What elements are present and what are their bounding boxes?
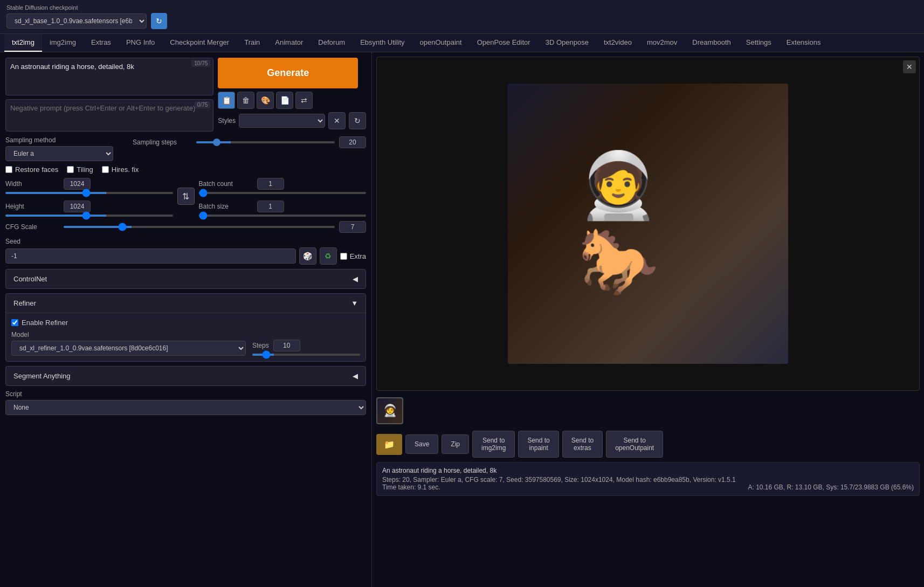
batch-size-slider[interactable] xyxy=(199,215,367,217)
styles-clear-button[interactable]: ✕ xyxy=(328,112,346,129)
width-slider[interactable] xyxy=(5,192,173,194)
script-select[interactable]: None xyxy=(5,400,366,415)
width-value: 1024 xyxy=(64,178,91,190)
tab-dreambooth[interactable]: Dreambooth xyxy=(685,34,739,52)
tab-ebsynth[interactable]: Ebsynth Utility xyxy=(353,34,412,52)
styles-refresh-button[interactable]: ↻ xyxy=(349,112,366,129)
batch-size-label: Batch size xyxy=(199,203,253,210)
checkpoint-select[interactable]: sd_xl_base_1.0_0.9vae.safetensors [e6bb9… xyxy=(6,13,147,29)
send-to-inpaint-button[interactable]: Send toinpaint xyxy=(518,431,558,458)
segment-anything-accordion: Segment Anything ◀ xyxy=(5,366,366,386)
image-info-details: Steps: 20, Sampler: Euler a, CFG scale: … xyxy=(382,476,914,484)
tab-png-info[interactable]: PNG Info xyxy=(119,34,162,52)
generated-image xyxy=(508,84,788,364)
swap-prompts-button[interactable]: ⇄ xyxy=(295,92,313,109)
controlnet-accordion: ControlNet ◀ xyxy=(5,269,366,289)
tab-settings[interactable]: Settings xyxy=(739,34,779,52)
batch-count-slider[interactable] xyxy=(199,192,367,194)
negative-prompt-wrapper: 0/75 xyxy=(5,99,213,133)
paste-prompt-button[interactable]: 📋 xyxy=(218,92,235,109)
negative-prompt-input[interactable] xyxy=(5,99,213,132)
positive-prompt-input[interactable] xyxy=(5,58,213,95)
script-label: Script xyxy=(5,390,366,398)
image-info-memory: A: 10.16 GB, R: 13.10 GB, Sys: 15.7/23.9… xyxy=(748,484,914,491)
save-button[interactable]: Save xyxy=(405,434,438,454)
action-buttons-row: 📁 Save Zip Send toimg2img Send toinpaint… xyxy=(376,431,920,458)
refiner-steps-value: 10 xyxy=(273,340,300,351)
positive-token-count: 10/75 xyxy=(191,60,210,67)
tiling-checkbox[interactable]: Tiling xyxy=(67,165,93,174)
height-slider[interactable] xyxy=(5,215,173,217)
segment-anything-header[interactable]: Segment Anything ◀ xyxy=(6,367,366,385)
tab-txt2img[interactable]: txt2img xyxy=(4,34,42,52)
positive-prompt-wrapper: 10/75 xyxy=(5,58,213,97)
close-image-button[interactable]: ✕ xyxy=(903,60,916,73)
negative-token-count: 0/75 xyxy=(195,101,210,108)
seed-input[interactable] xyxy=(5,248,296,264)
hires-fix-checkbox[interactable]: Hires. fix xyxy=(102,165,139,174)
tab-txt2video[interactable]: txt2video xyxy=(596,34,639,52)
send-to-img2img-button[interactable]: Send toimg2img xyxy=(472,431,515,458)
controlnet-header[interactable]: ControlNet ◀ xyxy=(6,270,366,288)
zip-button[interactable]: Zip xyxy=(442,434,469,454)
width-label: Width xyxy=(5,180,59,188)
extra-seed-checkbox[interactable]: Extra xyxy=(340,252,366,260)
checkpoint-label: Stable Diffusion checkpoint xyxy=(6,4,918,11)
nav-tabs: txt2img img2img Extras PNG Info Checkpoi… xyxy=(0,34,924,52)
batch-count-label: Batch count xyxy=(199,180,253,188)
sampling-steps-value: 20 xyxy=(339,136,366,148)
random-seed-button[interactable]: 🎲 xyxy=(299,247,316,265)
thumbnail-item[interactable]: 🧑‍🚀 xyxy=(376,397,403,424)
refiner-chevron-icon: ▼ xyxy=(351,299,358,307)
send-to-extras-button[interactable]: Send toextras xyxy=(562,431,603,458)
refiner-model-label: Model xyxy=(11,331,246,339)
tab-openoutpaint[interactable]: openOutpaint xyxy=(412,34,470,52)
image-info-panel: An astronaut riding a horse, detailed, 8… xyxy=(376,462,920,496)
batch-size-value: 1 xyxy=(257,201,284,212)
restore-faces-checkbox[interactable]: Restore faces xyxy=(5,165,58,174)
swap-dimensions-button[interactable]: ⇅ xyxy=(177,188,195,205)
style-button[interactable]: 🎨 xyxy=(257,92,274,109)
tab-checkpoint-merger[interactable]: Checkpoint Merger xyxy=(162,34,237,52)
copy-prompt-button[interactable]: 📄 xyxy=(276,92,293,109)
tab-img2img[interactable]: img2img xyxy=(42,34,84,52)
tab-animator[interactable]: Animator xyxy=(267,34,311,52)
refiner-model-select[interactable]: sd_xl_refiner_1.0_0.9vae.safetensors [8d… xyxy=(11,341,246,356)
sampling-method-label: Sampling method xyxy=(5,136,124,144)
refiner-steps-slider[interactable] xyxy=(252,354,360,356)
trash-prompt-button[interactable]: 🗑 xyxy=(237,92,254,109)
batch-count-value: 1 xyxy=(257,178,284,190)
sampling-steps-slider[interactable] xyxy=(196,141,335,143)
generate-button[interactable]: Generate xyxy=(218,58,358,88)
tab-deforum[interactable]: Deforum xyxy=(311,34,353,52)
tab-extensions[interactable]: Extensions xyxy=(779,34,829,52)
tab-train[interactable]: Train xyxy=(237,34,267,52)
image-info-prompt: An astronaut riding a horse, detailed, 8… xyxy=(382,467,914,474)
thumbnail-row: 🧑‍🚀 xyxy=(376,395,920,426)
seed-label: Seed xyxy=(5,238,20,245)
height-label: Height xyxy=(5,203,59,210)
tab-extras[interactable]: Extras xyxy=(84,34,119,52)
send-to-openoutpaint-button[interactable]: Send toopenOutpaint xyxy=(606,431,663,458)
tab-openpose-editor[interactable]: OpenPose Editor xyxy=(470,34,538,52)
styles-label: Styles xyxy=(218,117,236,125)
image-info-time: Time taken: 9.1 sec. xyxy=(382,484,440,491)
enable-refiner-checkbox[interactable] xyxy=(11,319,18,326)
tab-mov2mov[interactable]: mov2mov xyxy=(639,34,685,52)
cfg-scale-label: CFG Scale xyxy=(5,223,59,231)
styles-select[interactable] xyxy=(239,114,325,128)
tab-3d-openpose[interactable]: 3D Openpose xyxy=(538,34,596,52)
recycle-seed-button[interactable]: ♻ xyxy=(320,247,337,265)
refiner-accordion: Refiner ▼ Enable Refiner Model s xyxy=(5,293,366,362)
cfg-scale-value: 7 xyxy=(339,221,366,233)
open-folder-button[interactable]: 📁 xyxy=(376,434,402,455)
sampling-method-select[interactable]: Euler a xyxy=(5,146,113,161)
segment-chevron-icon: ◀ xyxy=(353,372,358,380)
controlnet-chevron-icon: ◀ xyxy=(353,275,358,283)
cfg-scale-slider[interactable] xyxy=(64,226,335,228)
height-value: 1024 xyxy=(64,201,91,212)
refiner-header[interactable]: Refiner ▼ xyxy=(6,294,366,313)
refresh-checkpoint-button[interactable]: ↻ xyxy=(151,13,167,29)
sampling-steps-label: Sampling steps xyxy=(133,139,192,146)
image-container: ✕ xyxy=(376,57,920,391)
